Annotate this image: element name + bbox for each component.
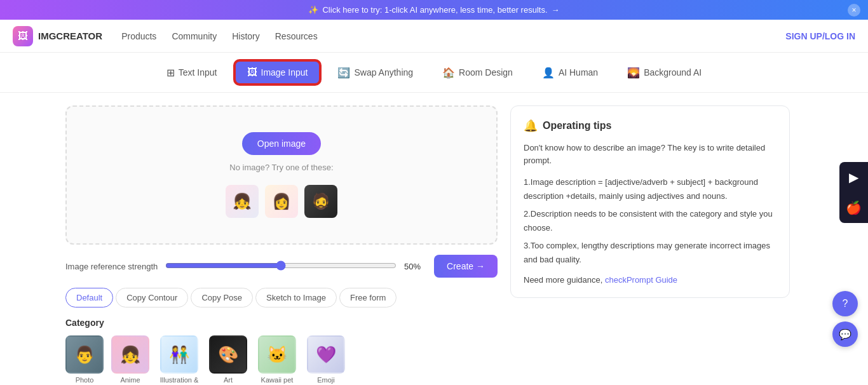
chat-button[interactable]: 💬 — [832, 321, 858, 347]
strength-row: Image reference strength 50% Create → — [65, 255, 498, 278]
sample-emoji-2: 👩 — [272, 192, 291, 210]
category-emoji-img: 💜 — [307, 335, 345, 374]
logo[interactable]: 🖼 IMGCREATOR — [13, 26, 102, 46]
mode-tab-copy-pose[interactable]: Copy Pose — [191, 288, 253, 307]
category-kawaii-img: 🐱 — [258, 335, 296, 374]
category-photo-label: Photo — [76, 376, 94, 384]
sample-image-3[interactable]: 🧔 — [304, 185, 337, 218]
chat-icon: 💬 — [839, 328, 851, 341]
nav-community[interactable]: Community — [172, 31, 217, 41]
mode-tab-default[interactable]: Default — [65, 288, 113, 307]
upload-area[interactable]: Open image No image? Try one of these: 👧… — [65, 105, 498, 245]
navbar: 🖼 IMGCREATOR Products Community History … — [0, 20, 868, 53]
tab-image-input[interactable]: 🖼 Image Input — [234, 60, 321, 84]
banner-sparkle-icon: ✨ — [308, 5, 318, 15]
tip-2: 2.Description needs to be consistent wit… — [524, 207, 776, 235]
category-kawaii-label: Kawaii pet transform — [255, 376, 299, 385]
category-illus-label: Illustration & logo — [157, 376, 201, 385]
tab-swap-anything[interactable]: 🔄 Swap Anything — [325, 61, 425, 84]
strength-slider[interactable] — [165, 260, 397, 271]
tab-text-input-icon: ⊞ — [166, 67, 175, 79]
mode-tab-sketch-to-image[interactable]: Sketch to Image — [255, 288, 337, 307]
nav-links: Products Community History Resources — [121, 31, 785, 41]
tab-image-input-label: Image Input — [261, 67, 308, 78]
category-emoji-label: Emoji — [317, 376, 335, 384]
apple-icon: 🍎 — [846, 200, 862, 215]
tips-list: 1.Image description = [adjective/adverb … — [524, 175, 776, 267]
sample-images: 👧 👩 🧔 — [226, 185, 337, 218]
category-art-label: Art — [224, 376, 233, 384]
prompt-guide-link[interactable]: checkPrompt Guide — [605, 275, 677, 285]
sample-emoji-3: 🧔 — [311, 192, 330, 210]
mode-tab-copy-contour[interactable]: Copy Contour — [116, 288, 188, 307]
tab-swap-label: Swap Anything — [354, 67, 413, 78]
category-illus-img: 👫 — [160, 335, 198, 374]
strength-label: Image reference strength — [65, 262, 158, 271]
tips-link-prefix: Need more guidance, — [524, 275, 605, 285]
category-illustration[interactable]: 👫 Illustration & logo — [157, 335, 201, 385]
google-play-icon: ▶ — [849, 170, 858, 185]
category-kawaii[interactable]: 🐱 Kawaii pet transform — [255, 335, 299, 385]
tips-box: 🔔 Operating tips Don't know how to descr… — [510, 105, 790, 298]
mode-tab-free-form[interactable]: Free form — [339, 288, 397, 307]
tab-bar: ⊞ Text Input 🖼 Image Input 🔄 Swap Anythi… — [0, 53, 868, 93]
tab-room-label: Room Design — [459, 67, 513, 78]
category-anime-img: 👧 — [111, 335, 149, 374]
category-art[interactable]: 🎨 Art — [209, 335, 247, 385]
category-art-img: 🎨 — [209, 335, 247, 374]
tab-human-icon: 👤 — [542, 67, 555, 79]
category-photo-img: 👨 — [65, 335, 104, 374]
main-content: Open image No image? Try one of these: 👧… — [53, 93, 815, 385]
banner-text: Click here to try: 1-click AI anywhere, … — [322, 5, 547, 15]
category-title: Category — [65, 318, 498, 328]
category-grid: 👨 Photo 👧 Anime 👫 Illustration & logo 🎨 … — [65, 335, 498, 385]
help-icon: ? — [843, 298, 848, 309]
logo-icon: 🖼 — [13, 26, 33, 46]
upload-hint: No image? Try one of these: — [229, 163, 333, 172]
category-emoji[interactable]: 💜 Emoji — [307, 335, 345, 385]
nav-resources[interactable]: Resources — [275, 31, 318, 41]
category-section: Category 👨 Photo 👧 Anime 👫 Illustration … — [65, 318, 498, 385]
tab-room-icon: 🏠 — [442, 67, 455, 79]
tab-bg-label: Background AI — [644, 67, 702, 78]
category-anime[interactable]: 👧 Anime — [111, 335, 149, 385]
tips-intro: Don't know how to describe an image? The… — [524, 142, 776, 166]
help-button[interactable]: ? — [832, 291, 858, 316]
nav-right: SIGN UP/LOG IN — [785, 31, 855, 41]
strength-value: 50% — [404, 262, 426, 271]
tips-header: 🔔 Operating tips — [524, 119, 776, 133]
create-button[interactable]: Create → — [434, 255, 498, 278]
sample-emoji-1: 👧 — [233, 192, 252, 210]
category-anime-label: Anime — [120, 376, 140, 384]
slider-container — [165, 260, 397, 273]
banner-close-button[interactable]: × — [848, 4, 860, 17]
tab-human-label: AI Human — [559, 67, 598, 78]
tips-bell-icon: 🔔 — [524, 119, 538, 133]
tab-swap-icon: 🔄 — [337, 67, 350, 79]
tip-3: 3.Too complex, lengthy descriptions may … — [524, 239, 776, 267]
mode-tabs: Default Copy Contour Copy Pose Sketch to… — [65, 288, 498, 307]
left-panel: Open image No image? Try one of these: 👧… — [65, 105, 498, 385]
sample-image-2[interactable]: 👩 — [265, 185, 298, 218]
open-image-button[interactable]: Open image — [242, 132, 321, 155]
nav-products[interactable]: Products — [121, 31, 156, 41]
tip-1: 1.Image description = [adjective/adverb … — [524, 175, 776, 203]
tab-room-design[interactable]: 🏠 Room Design — [430, 61, 525, 84]
signup-login-button[interactable]: SIGN UP/LOG IN — [785, 31, 855, 41]
banner-arrow-icon: → — [552, 5, 560, 15]
sample-image-1[interactable]: 👧 — [226, 185, 259, 218]
logo-text: IMGCREATOR — [38, 30, 102, 41]
nav-history[interactable]: History — [232, 31, 260, 41]
tab-text-input[interactable]: ⊞ Text Input — [154, 61, 229, 84]
apple-store-button[interactable]: 🍎 — [839, 192, 868, 223]
tips-title: Operating tips — [543, 120, 611, 132]
right-panel: 🔔 Operating tips Don't know how to descr… — [510, 105, 790, 385]
tab-ai-human[interactable]: 👤 AI Human — [530, 61, 610, 84]
google-play-button[interactable]: ▶ — [839, 162, 868, 192]
tips-link-row: Need more guidance, checkPrompt Guide — [524, 275, 776, 285]
app-store-panel: ▶ 🍎 — [839, 162, 868, 223]
tab-image-input-icon: 🖼 — [247, 67, 257, 78]
tab-background-ai[interactable]: 🌄 Background AI — [615, 61, 714, 84]
floating-actions: ? 💬 — [832, 291, 858, 347]
category-photo[interactable]: 👨 Photo — [65, 335, 104, 385]
